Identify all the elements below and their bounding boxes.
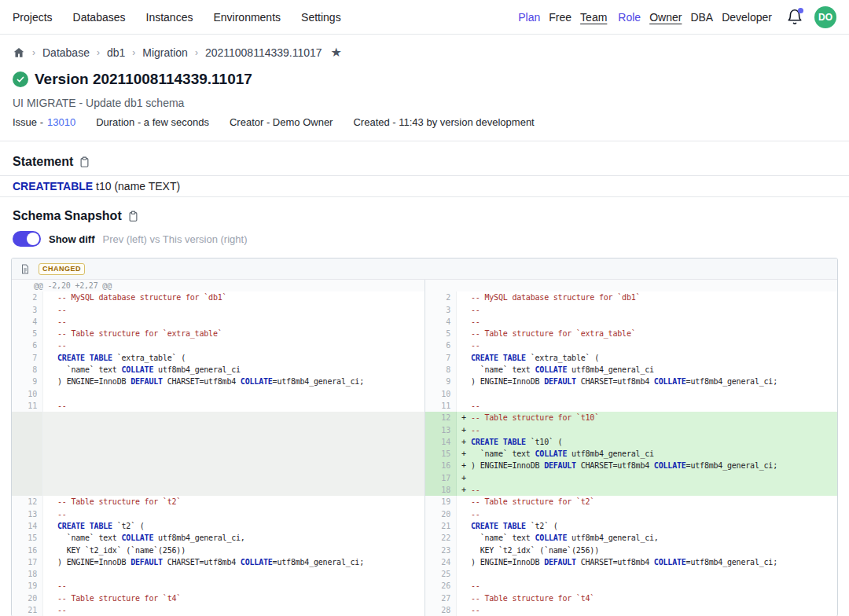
diff-left-side: 4-- (12, 316, 424, 328)
created-text: Created - 11:43 by version development (353, 116, 534, 128)
toggle-knob (27, 233, 39, 245)
diff-body[interactable]: @@ -2,20 +2,27 @@2-- MySQL database stru… (12, 280, 837, 616)
statement-heading: Statement (13, 155, 73, 169)
diff-right-side: 13+-- (424, 424, 837, 436)
line-number: 18 (425, 484, 457, 496)
line-number (12, 448, 43, 460)
diff-right-side: 9) ENGINE=InnoDB DEFAULT CHARSET=utf8mb4… (424, 376, 837, 387)
main-nav: ProjectsDatabasesInstancesEnvironmentsSe… (13, 11, 341, 24)
nav-item-environments[interactable]: Environments (213, 11, 281, 24)
line-number: 27 (425, 592, 457, 604)
notification-bell[interactable] (786, 9, 803, 26)
diff-row: 18+-- (12, 484, 837, 496)
diff-row: 12+-- Table structure for `t10` (12, 412, 837, 424)
breadcrumb-item-3[interactable]: Migration (142, 46, 188, 59)
diff-header: CHANGED (12, 258, 837, 280)
star-icon[interactable]: ★ (331, 46, 342, 59)
line-number (12, 424, 43, 436)
diff-right-side: 19-- Table structure for `t2` (424, 496, 837, 508)
line-number: 13 (425, 424, 457, 436)
diff-right-side: 22 `name` text COLLATE utf8mb4_general_c… (424, 532, 837, 544)
line-number: 8 (12, 364, 43, 376)
line-number: 7 (425, 352, 457, 364)
code-line: CREATE TABLE `t2` ( (43, 520, 424, 532)
diff-row: 7CREATE TABLE `extra_table` (7CREATE TAB… (12, 352, 837, 364)
role-option-developer[interactable]: Developer (722, 11, 772, 24)
nav-item-projects[interactable]: Projects (13, 11, 53, 24)
code-line: -- (43, 316, 424, 328)
nav-item-settings[interactable]: Settings (301, 11, 341, 24)
nav-item-instances[interactable]: Instances (146, 11, 193, 24)
diff-right-side: 2-- MySQL database structure for `db1` (424, 292, 837, 303)
diff-row: 2-- MySQL database structure for `db1`2-… (12, 292, 837, 303)
diff-right-side: 18+-- (424, 484, 837, 496)
creator-text: Creator - Demo Owner (230, 116, 333, 128)
diff-right-side: 27-- Table structure for `t4` (424, 592, 837, 604)
diff-right-side: 17+ (424, 472, 837, 484)
home-icon[interactable] (13, 46, 25, 59)
code-line: -- (457, 604, 837, 616)
role-label: Role (618, 11, 641, 24)
issue-link[interactable]: 13010 (47, 116, 75, 128)
line-number (12, 472, 43, 484)
avatar[interactable]: DO (814, 6, 836, 28)
line-number: 25 (425, 568, 457, 580)
diff-row: 20-- Table structure for `t4`27-- Table … (12, 592, 837, 604)
copy-snapshot-button[interactable] (127, 210, 139, 222)
chevron-right-icon: › (195, 47, 198, 58)
plan-option-free[interactable]: Free (549, 11, 572, 24)
page-title: Version 20211008114339.11017 (35, 71, 252, 88)
code-line (43, 424, 424, 436)
code-line (43, 388, 424, 400)
line-number: 18 (12, 568, 43, 580)
line-number: 20 (12, 592, 43, 604)
line-number: 22 (425, 532, 457, 544)
diff-right-side: 3-- (424, 304, 837, 316)
diff-right-side: 21CREATE TABLE `t2` ( (424, 520, 837, 532)
line-number: 15 (425, 448, 457, 460)
code-line: -- (43, 339, 424, 351)
diff-left-side: 10 (12, 388, 424, 400)
code-line: -- Table structure for `t4` (457, 592, 837, 604)
diff-left-side (12, 424, 424, 436)
code-line: KEY `t2_idx` (`name`(256)) (457, 544, 837, 556)
diff-right-side: 11-- (424, 400, 837, 412)
code-line (43, 484, 424, 496)
diff-right-side: 28-- (424, 604, 837, 616)
code-line: -- Table structure for `t2` (457, 496, 837, 508)
diff-row: 14+CREATE TABLE `t10` ( (12, 436, 837, 448)
breadcrumb-item-1[interactable]: Database (42, 46, 90, 59)
show-diff-toggle[interactable] (13, 231, 41, 247)
diff-right-side: 25 (424, 568, 837, 580)
diff-row: 1825 (12, 568, 837, 580)
code-line: -- (457, 316, 837, 328)
code-line: -- (457, 304, 837, 316)
code-line: CREATE TABLE `extra_table` ( (43, 352, 424, 364)
line-number: 10 (425, 388, 457, 400)
diff-left-side: 3-- (12, 304, 424, 316)
copy-statement-button[interactable] (79, 156, 90, 168)
diff-row: 5-- Table structure for `extra_table`5--… (12, 328, 837, 339)
breadcrumb-item-2[interactable]: db1 (107, 46, 125, 59)
diff-row: 15 `name` text COLLATE utf8mb4_general_c… (12, 532, 837, 544)
code-line: -- Table structure for `t4` (43, 592, 424, 604)
code-line: CREATE TABLE `extra_table` ( (457, 352, 837, 364)
code-line: `name` text COLLATE utf8mb4_general_ci, (43, 532, 424, 544)
line-number: 3 (425, 304, 457, 316)
code-line: -- (457, 339, 837, 351)
diff-row: 11--11-- (12, 400, 837, 412)
code-line: -- Table structure for `extra_table` (457, 328, 837, 339)
breadcrumb-item-4[interactable]: 20211008114339.11017 (205, 46, 322, 59)
nav-item-databases[interactable]: Databases (73, 11, 126, 24)
diff-row: 16+) ENGINE=InnoDB DEFAULT CHARSET=utf8m… (12, 460, 837, 471)
line-number: 6 (12, 339, 43, 351)
role-option-owner[interactable]: Owner (649, 11, 682, 24)
plan-switch: PlanFreeTeam (518, 11, 607, 24)
role-option-dba[interactable]: DBA (690, 11, 713, 24)
line-number: 16 (425, 460, 457, 471)
plan-option-team[interactable]: Team (580, 11, 607, 24)
blank-cell (425, 280, 837, 292)
line-number: 19 (425, 496, 457, 508)
plan-label: Plan (518, 11, 540, 24)
line-number: 12 (425, 412, 457, 424)
